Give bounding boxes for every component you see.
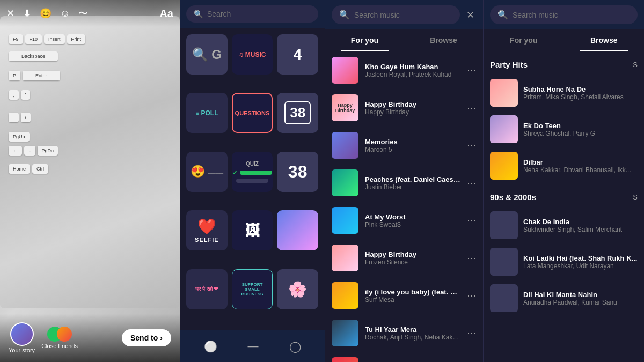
browse-artist: Pritam, Mika Singh, Shefali Alvares xyxy=(523,93,638,101)
sticker-number38[interactable]: 38 xyxy=(277,152,318,192)
music-item[interactable]: Peaches (feat. Daniel Caesar,... Justin … xyxy=(325,164,483,202)
browse-item[interactable]: Chak De India Sukhvinder Singh, Salim Me… xyxy=(490,207,638,243)
sticker-add-icon[interactable]: ☺ xyxy=(60,8,70,19)
browse-panel: 🔍 For you Browse Party Hits S Subha Hone… xyxy=(483,0,644,362)
close-friends-label: Close Friends xyxy=(41,343,78,349)
send-to-button[interactable]: Send to › xyxy=(122,329,171,346)
music-more-icon[interactable]: ⋯ xyxy=(467,139,477,151)
music-thumbnail xyxy=(332,320,358,346)
sticker-photo[interactable]: 🖼 xyxy=(232,210,273,250)
music-item[interactable]: Kho Gaye Hum Kahan Jasleen Royal, Pratee… xyxy=(325,51,483,89)
music-wave-icon[interactable]: 〜 xyxy=(78,7,88,20)
music-tabs: For you Browse xyxy=(325,29,483,51)
sticker-gif[interactable]: 🔍 G xyxy=(186,34,228,75)
music-search-input[interactable] xyxy=(354,11,452,19)
music-info: ily (i love you baby) (feat. Emilee) Sur… xyxy=(365,288,460,304)
see-more-button[interactable]: S xyxy=(633,193,638,201)
sticker-emoji-slider[interactable]: 😍 ──── xyxy=(186,152,228,192)
browse-info: Ek Do Teen Shreya Ghoshal, Parry G xyxy=(523,122,638,137)
tab-browse[interactable]: Browse xyxy=(564,29,645,51)
sticker-selfie[interactable]: ❤️ SELFIE xyxy=(186,210,228,250)
browse-search-input[interactable] xyxy=(513,11,630,19)
party-hits-title: Party Hits xyxy=(490,60,528,69)
music-info: Memories Maroon 5 xyxy=(365,138,460,153)
music-more-icon[interactable]: ⋯ xyxy=(467,290,477,301)
music-item[interactable]: Jaane Kyun Vishal & Shekhar, Vishal Dadl… xyxy=(325,352,483,362)
stickers-bottom-icon1[interactable]: ⚪ xyxy=(204,340,217,353)
music-artist: Pink Sweat$ xyxy=(365,221,460,228)
browse-thumbnail xyxy=(490,248,518,276)
music-more-icon[interactable]: ⋯ xyxy=(467,327,477,339)
browse-item[interactable]: Dil Hai Ki Manta Nahin Anuradha Paudwal,… xyxy=(490,280,638,316)
sticker-poll[interactable]: ≡ POLL xyxy=(186,93,228,133)
close-friends-button[interactable]: Close Friends xyxy=(41,327,78,349)
music-title: Peaches (feat. Daniel Caesar,... xyxy=(365,175,460,183)
section-header: Party Hits S xyxy=(490,60,638,69)
browse-item[interactable]: Koi Ladki Hai (feat. Shah Rukh K... Lata… xyxy=(490,243,638,280)
browse-title: Koi Ladki Hai (feat. Shah Rukh K... xyxy=(523,254,638,262)
browse-info: Subha Hone Na De Pritam, Mika Singh, She… xyxy=(523,85,638,101)
close-icon[interactable]: ✕ xyxy=(6,8,14,19)
music-info: Kho Gaye Hum Kahan Jasleen Royal, Pratee… xyxy=(365,63,460,78)
tab-for-you[interactable]: For you xyxy=(325,29,404,51)
camera-panel: F9F10InsertPrint Backspace PEnter ;' ./ … xyxy=(0,0,180,362)
sticker-music[interactable]: ♫ MUSIC xyxy=(232,34,273,75)
music-title: Kho Gaye Hum Kahan xyxy=(365,63,460,71)
music-item[interactable]: ily (i love you baby) (feat. Emilee) Sur… xyxy=(325,277,483,314)
stickers-search-input[interactable] xyxy=(207,10,311,18)
sticker-floral[interactable]: 🌸 xyxy=(277,269,318,309)
stickers-bottom-icon3[interactable]: ◯ xyxy=(289,340,301,353)
browse-item[interactable]: Subha Hone Na De Pritam, Mika Singh, She… xyxy=(490,75,638,111)
music-item[interactable]: Tu Hi Yaar Mera Rochak, Arijit Singh, Ne… xyxy=(325,314,483,352)
sticker-questions[interactable]: QUESTIONS xyxy=(232,93,273,133)
emoji-add-icon[interactable]: 😊 xyxy=(40,8,52,19)
browse-thumbnail xyxy=(490,211,518,239)
music-item[interactable]: Happy Birthday Frozen Silence ⋯ xyxy=(325,239,483,277)
browse-thumbnail xyxy=(490,152,518,180)
browse-info: Dilbar Neha Kakkar, Dhvani Bhanusali, Ik… xyxy=(523,158,638,174)
stickers-bottom-icon2[interactable]: — xyxy=(248,340,259,352)
music-more-icon[interactable]: ⋯ xyxy=(467,64,477,76)
browse-thumbnail xyxy=(490,79,518,107)
music-thumbnail xyxy=(332,245,358,271)
sticker-ghar-pe-raho[interactable]: घर पे रहो ❤ xyxy=(186,269,228,309)
music-title: Memories xyxy=(365,138,460,146)
music-more-icon[interactable]: ⋯ xyxy=(467,215,477,226)
music-item[interactable]: At My Worst Pink Sweat$ ⋯ xyxy=(325,202,483,239)
browse-thumbnail xyxy=(490,115,518,143)
sticker-support-small-business[interactable]: SUPPORTSMALLBUSINESS xyxy=(232,269,273,309)
sticker-count2[interactable]: 38 xyxy=(277,93,318,133)
browse-item[interactable]: Ek Do Teen Shreya Ghoshal, Parry G xyxy=(490,111,638,147)
tab-browse[interactable]: Browse xyxy=(404,29,483,51)
music-item[interactable]: Happy Birthday Happy Birthday Happy Birt… xyxy=(325,89,483,127)
music-thumbnail xyxy=(332,282,358,309)
text-tool-button[interactable]: Aa xyxy=(159,8,173,20)
download-icon[interactable]: ⬇ xyxy=(23,8,31,19)
tab-for-you[interactable]: For you xyxy=(484,29,564,51)
your-story-button[interactable]: Your story xyxy=(9,322,35,353)
music-artist: Rochak, Arijit Singh, Neha Kakkar xyxy=(365,334,460,341)
browse-item[interactable]: Dilbar Neha Kakkar, Dhvani Bhanusali, Ik… xyxy=(490,147,638,184)
music-thumbnail xyxy=(332,169,358,196)
sticker-gradient[interactable] xyxy=(277,210,318,250)
music-close-button[interactable]: ✕ xyxy=(464,7,477,23)
music-more-icon[interactable]: ⋯ xyxy=(467,102,477,114)
music-info: Happy Birthday Happy Birthday xyxy=(365,100,460,116)
stickers-search-bar: 🔍 xyxy=(180,0,325,28)
browse-tabs: For you Browse xyxy=(484,29,644,51)
browse-search-icon: 🔍 xyxy=(497,10,508,20)
browse-info: Dil Hai Ki Manta Nahin Anuradha Paudwal,… xyxy=(523,291,638,306)
music-more-icon[interactable]: ⋯ xyxy=(467,177,477,189)
sticker-quiz[interactable]: QUIZ ✓ xyxy=(232,152,273,192)
see-more-button[interactable]: S xyxy=(633,61,638,69)
90s-2000s-title: 90s & 2000s xyxy=(490,193,536,202)
browse-artist: Shreya Ghoshal, Parry G xyxy=(523,130,638,137)
browse-thumbnail xyxy=(490,284,518,312)
browse-content: Party Hits S Subha Hone Na De Pritam, Mi… xyxy=(484,51,644,362)
music-thumbnail xyxy=(332,357,358,362)
music-item[interactable]: Memories Maroon 5 ⋯ xyxy=(325,127,483,164)
browse-artist: Neha Kakkar, Dhvani Bhanusali, Ikk... xyxy=(523,166,638,174)
sticker-count[interactable]: 4 xyxy=(277,34,318,75)
music-thumbnail xyxy=(332,57,358,84)
music-more-icon[interactable]: ⋯ xyxy=(467,252,477,264)
